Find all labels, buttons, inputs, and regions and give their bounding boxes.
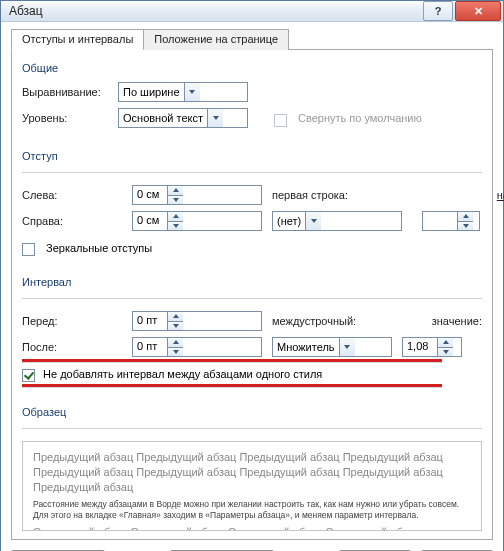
- line-spacing-at-value: 1,08: [403, 338, 437, 356]
- spin-down-icon[interactable]: [168, 222, 183, 231]
- group-spacing-heading: Интервал: [22, 276, 482, 288]
- spin-up-icon[interactable]: [168, 212, 183, 222]
- firstline-combo[interactable]: (нет): [272, 211, 402, 231]
- indent-right-label: Справа:: [22, 215, 122, 227]
- window-title: Абзац: [9, 4, 421, 18]
- highlighted-option: Не добавлять интервал между абзацами одн…: [22, 363, 482, 386]
- chevron-down-icon: [207, 109, 223, 127]
- space-before-value: 0 пт: [133, 312, 167, 330]
- by-label: на:: [422, 189, 504, 201]
- mirror-indents-checkbox[interactable]: [22, 243, 35, 256]
- spin-down-icon[interactable]: [168, 196, 183, 205]
- dialog-window: Абзац ? ✕ Отступы и интервалы Положение …: [0, 0, 504, 551]
- space-before-label: Перед:: [22, 315, 122, 327]
- spin-down-icon[interactable]: [168, 348, 183, 357]
- tab-bar: Отступы и интервалы Положение на страниц…: [11, 28, 493, 50]
- chevron-down-icon: [305, 212, 321, 230]
- dialog-footer: Табуляция... По умолчанию ОК Отмена: [11, 540, 493, 551]
- spin-up-icon[interactable]: [458, 212, 473, 222]
- group-preview-heading: Образец: [22, 406, 482, 418]
- outline-level-combo[interactable]: Основной текст: [118, 108, 248, 128]
- collapse-default-checkbox: [274, 114, 287, 127]
- alignment-label: Выравнивание:: [22, 86, 112, 98]
- space-after-value: 0 пт: [133, 338, 167, 356]
- indent-left-spin[interactable]: 0 см: [132, 185, 262, 205]
- alignment-value: По ширине: [119, 86, 184, 98]
- indent-right-value: 0 см: [133, 212, 167, 230]
- space-after-spin[interactable]: 0 пт: [132, 337, 262, 357]
- preview-gray-text: Следующий абзац Следующий абзац Следующи…: [33, 525, 471, 531]
- firstline-label: первая строка:: [272, 189, 412, 201]
- spin-up-icon[interactable]: [168, 186, 183, 196]
- tab-label: Отступы и интервалы: [22, 33, 133, 45]
- mirror-indents-label: Зеркальные отступы: [46, 242, 152, 254]
- spin-down-icon[interactable]: [168, 322, 183, 331]
- outline-level-label: Уровень:: [22, 112, 112, 124]
- line-spacing-value: Множитель: [273, 341, 339, 353]
- firstline-value: (нет): [273, 215, 305, 227]
- line-spacing-combo[interactable]: Множитель: [272, 337, 392, 357]
- help-icon: ?: [435, 5, 442, 17]
- chevron-down-icon: [339, 338, 355, 356]
- outline-level-value: Основной текст: [119, 112, 207, 124]
- chevron-down-icon: [184, 83, 200, 101]
- line-spacing-label: междустрочный:: [272, 315, 392, 327]
- alignment-combo[interactable]: По ширине: [118, 82, 248, 102]
- help-button[interactable]: ?: [423, 1, 453, 21]
- indent-right-spin[interactable]: 0 см: [132, 211, 262, 231]
- tab-panel: Общие Выравнивание: По ширине Уровень: О…: [11, 50, 493, 540]
- space-before-spin[interactable]: 0 пт: [132, 311, 262, 331]
- collapse-default-label: Свернуть по умолчанию: [298, 112, 422, 124]
- spin-down-icon[interactable]: [438, 348, 453, 357]
- titlebar: Абзац ? ✕: [1, 1, 503, 22]
- spin-up-icon[interactable]: [168, 338, 183, 348]
- tab-indents-spacing[interactable]: Отступы и интервалы: [11, 29, 144, 50]
- group-indent-heading: Отступ: [22, 150, 482, 162]
- preview-box: Предыдущий абзац Предыдущий абзац Предыд…: [22, 441, 482, 531]
- spin-down-icon[interactable]: [458, 222, 473, 231]
- group-general-heading: Общие: [22, 62, 482, 74]
- preview-gray-text: Предыдущий абзац Предыдущий абзац Предыд…: [33, 450, 471, 495]
- indent-left-value: 0 см: [133, 186, 167, 204]
- spin-up-icon[interactable]: [438, 338, 453, 348]
- no-space-same-style-label: Не добавлять интервал между абзацами одн…: [43, 368, 322, 380]
- spin-up-icon[interactable]: [168, 312, 183, 322]
- no-space-same-style-checkbox[interactable]: [22, 369, 35, 382]
- line-spacing-at-spin[interactable]: 1,08: [402, 337, 462, 357]
- tab-line-page-breaks[interactable]: Положение на странице: [143, 29, 289, 50]
- close-button[interactable]: ✕: [455, 1, 501, 21]
- preview-sample-text: Расстояние между абзацами в Ворде можно …: [33, 499, 471, 522]
- space-after-label: После:: [22, 341, 122, 353]
- close-icon: ✕: [474, 5, 483, 18]
- tab-label: Положение на странице: [154, 33, 278, 45]
- firstline-by-spin[interactable]: [422, 211, 480, 231]
- at-label: значение:: [402, 315, 482, 327]
- firstline-by-value: [423, 212, 457, 230]
- indent-left-label: Слева:: [22, 189, 122, 201]
